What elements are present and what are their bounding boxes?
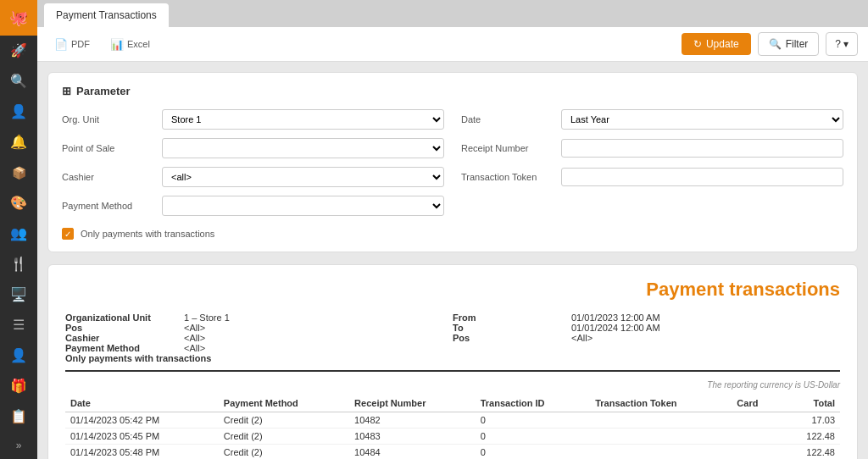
sidebar-item-user[interactable]: 👤 <box>0 97 37 127</box>
sidebar-item-bell[interactable]: 🔔 <box>0 127 37 158</box>
tab-label: Payment Transactions <box>56 9 157 21</box>
sidebar-item-group[interactable]: 👥 <box>0 218 37 249</box>
only-payments-checkbox[interactable]: ✓ <box>62 228 74 240</box>
cell-payment-method[interactable]: Credit (2) <box>219 445 349 460</box>
sidebar-item-list[interactable]: ☰ <box>0 310 37 340</box>
gift-icon: 🎁 <box>10 378 27 394</box>
logo-icon: 🐙 <box>9 8 28 27</box>
update-button[interactable]: ↻ Update <box>682 33 751 55</box>
col-transaction-id: Transaction ID <box>476 395 590 412</box>
filter-button[interactable]: 🔍 Filter <box>758 32 820 56</box>
cell-date: 01/14/2023 05:45 PM <box>65 429 219 445</box>
sidebar-item-utensils[interactable]: 🍴 <box>0 249 37 279</box>
sidebar-item-search[interactable]: 🔍 <box>0 66 37 97</box>
sidebar-item-rocket[interactable]: 🚀 <box>0 36 37 66</box>
meta-left: Organizational Unit 1 – Store 1 Pos <All… <box>65 312 453 363</box>
meta-only-payments: Only payments with transactions <box>65 353 453 363</box>
table-row: 01/14/2023 05:42 PM Credit (2) 10482 0 1… <box>65 412 840 429</box>
cell-receipt-number[interactable]: 10482 <box>349 412 476 429</box>
meta-pos-right-key: Pos <box>453 333 563 343</box>
update-icon: ↻ <box>693 38 702 50</box>
filter-icon: 🔍 <box>769 38 782 50</box>
col-receipt-number: Receipt Number <box>349 395 476 412</box>
sidebar-item-gift[interactable]: 🎁 <box>0 371 37 401</box>
meta-org-unit: Organizational Unit 1 – Store 1 <box>65 312 453 323</box>
pdf-button[interactable]: 📄 PDF <box>47 35 97 54</box>
excel-label: Excel <box>127 39 150 49</box>
currency-note: The reporting currency is US-Dollar <box>65 380 840 390</box>
meta-cashier: Cashier <All> <box>65 333 453 343</box>
meta-to-key: To <box>453 323 563 333</box>
excel-icon: 📊 <box>110 38 124 51</box>
parameter-title: ⊞ Parameter <box>62 85 843 97</box>
col-total: Total <box>781 395 840 412</box>
monitor-icon: 🖥️ <box>10 286 27 302</box>
search-icon: 🔍 <box>10 73 27 89</box>
list-icon: ☰ <box>13 317 25 333</box>
cell-payment-method[interactable]: Credit (2) <box>219 429 349 445</box>
transaction-token-row: Transaction Token <box>461 167 843 187</box>
cell-total: 17.03 <box>781 412 840 429</box>
cell-receipt-number[interactable]: 10483 <box>349 429 476 445</box>
sidebar-item-palette[interactable]: 🎨 <box>0 188 37 218</box>
cashier-row: Cashier <all> <box>62 167 444 187</box>
table-header-row: Date Payment Method Receipt Number Trans… <box>65 395 840 412</box>
cashier-label: Cashier <box>62 172 155 182</box>
sidebar-more-button[interactable]: » <box>0 432 37 459</box>
tab-payment-transactions[interactable]: Payment Transactions <box>44 3 169 27</box>
meta-pos-val: <All> <box>184 323 205 333</box>
user-icon: 👤 <box>10 103 27 119</box>
tab-bar: Payment Transactions <box>37 0 868 27</box>
date-label: Date <box>461 114 554 124</box>
cell-transaction-token <box>590 412 732 429</box>
parameter-panel: ⊞ Parameter Org. Unit Store 1Store 2 Dat… <box>47 72 858 252</box>
receipt-input[interactable] <box>561 139 843 158</box>
meta-cashier-key: Cashier <box>65 333 175 343</box>
cell-card <box>732 412 780 429</box>
sidebar-item-table[interactable]: 📋 <box>0 401 37 432</box>
date-select[interactable]: Last YearThis YearLast MonthThis MonthCu… <box>561 109 843 130</box>
meta-payment-method-val: <All> <box>184 343 205 353</box>
payment-method-select[interactable] <box>162 196 444 216</box>
sidebar: 🐙 🚀 🔍 👤 🔔 📦 🎨 👥 🍴 🖥️ ☰ 👤 🎁 📋 » <box>0 0 37 459</box>
cashier-select[interactable]: <all> <box>162 167 444 187</box>
cell-total: 122.48 <box>781 429 840 445</box>
bell-icon: 🔔 <box>10 134 27 150</box>
app-logo[interactable]: 🐙 <box>0 0 37 36</box>
rocket-icon: 🚀 <box>10 42 27 58</box>
sidebar-item-person[interactable]: 👤 <box>0 340 37 371</box>
meta-from-key: From <box>453 312 563 323</box>
pos-select[interactable] <box>162 138 444 158</box>
cell-date: 01/14/2023 05:42 PM <box>65 412 219 429</box>
box-icon: 📦 <box>12 166 26 180</box>
col-card: Card <box>732 395 780 412</box>
more-icon: » <box>16 440 22 451</box>
parameter-icon: ⊞ <box>62 85 71 97</box>
sidebar-item-monitor[interactable]: 🖥️ <box>0 279 37 310</box>
cell-payment-method[interactable]: Credit (2) <box>219 412 349 429</box>
meta-from-val: 01/01/2023 12:00 AM <box>571 312 660 323</box>
only-payments-label: Only payments with transactions <box>81 229 214 239</box>
pos-label: Point of Sale <box>62 143 155 153</box>
cell-card <box>732 429 780 445</box>
help-button[interactable]: ? ▾ <box>826 32 858 56</box>
cell-receipt-number[interactable]: 10484 <box>349 445 476 460</box>
meta-to: To 01/01/2024 12:00 AM <box>453 323 840 333</box>
org-unit-select[interactable]: Store 1Store 2 <box>162 109 444 130</box>
excel-button[interactable]: 📊 Excel <box>103 35 157 54</box>
main-area: Payment Transactions 📄 PDF 📊 Excel ↻ Upd… <box>37 0 868 459</box>
sidebar-item-box[interactable]: 📦 <box>0 158 37 188</box>
transaction-token-label: Transaction Token <box>461 172 554 182</box>
cell-transaction-id: 0 <box>476 429 590 445</box>
meta-only-payments-key: Only payments with transactions <box>65 353 211 363</box>
payment-method-label: Payment Method <box>62 201 155 211</box>
transaction-token-input[interactable] <box>561 168 843 186</box>
only-payments-row: ✓ Only payments with transactions <box>62 228 843 240</box>
cell-transaction-id: 0 <box>476 445 590 460</box>
meta-right: From 01/01/2023 12:00 AM To 01/01/2024 1… <box>453 312 840 363</box>
col-transaction-token: Transaction Token <box>590 395 732 412</box>
help-chevron-icon: ▾ <box>843 38 849 50</box>
date-row: Date Last YearThis YearLast MonthThis Mo… <box>461 109 843 130</box>
cell-date: 01/14/2023 05:48 PM <box>65 445 219 460</box>
utensils-icon: 🍴 <box>10 256 27 272</box>
